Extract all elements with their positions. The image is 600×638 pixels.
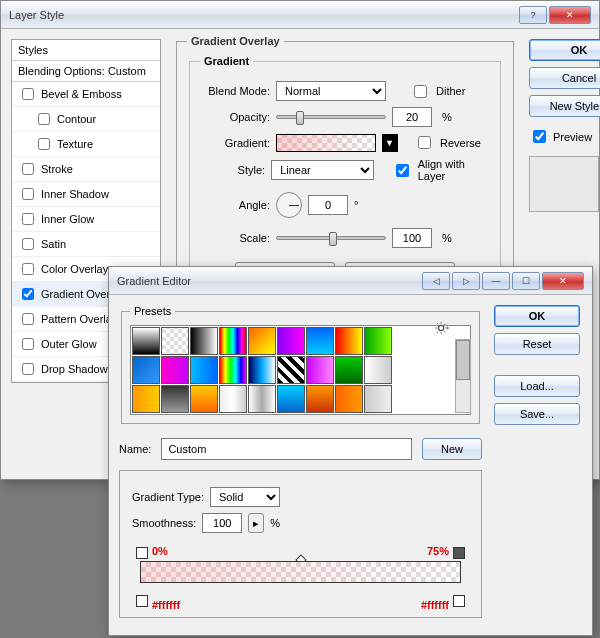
color-stop-right[interactable] xyxy=(453,595,465,607)
gradient-editor-titlebar[interactable]: Gradient Editor ◁ ▷ — ☐ ✕ xyxy=(109,267,592,295)
preview-checkbox[interactable] xyxy=(533,130,546,143)
preset-swatch[interactable] xyxy=(219,356,247,384)
gradient-type-label: Gradient Type: xyxy=(132,491,204,503)
ge-ok-button[interactable]: OK xyxy=(494,305,580,327)
preset-swatch[interactable] xyxy=(277,385,305,413)
preset-swatch[interactable] xyxy=(248,327,276,355)
angle-dial[interactable] xyxy=(276,192,302,218)
preset-swatch[interactable] xyxy=(190,385,218,413)
scale-value[interactable] xyxy=(392,228,432,248)
opacity-pct: % xyxy=(442,111,452,123)
ge-load-button[interactable]: Load... xyxy=(494,375,580,397)
sidebar-item-texture[interactable]: Texture xyxy=(12,132,160,157)
ge-reset-button[interactable]: Reset xyxy=(494,333,580,355)
angle-value[interactable] xyxy=(308,195,348,215)
preset-swatch[interactable] xyxy=(306,385,334,413)
preset-swatch[interactable] xyxy=(190,356,218,384)
style-select[interactable]: Linear xyxy=(271,160,374,180)
sidebar-checkbox[interactable] xyxy=(22,213,34,225)
color-stop-left[interactable] xyxy=(136,595,148,607)
sidebar-item-inner-glow[interactable]: Inner Glow xyxy=(12,207,160,232)
opacity-stop-right[interactable] xyxy=(453,547,465,559)
sidebar-item-label: Pattern Overlay xyxy=(41,313,117,325)
sidebar-checkbox[interactable] xyxy=(22,313,34,325)
ge-prev-button[interactable]: ◁ xyxy=(422,272,450,290)
sidebar-checkbox[interactable] xyxy=(22,163,34,175)
style-label: Style: xyxy=(200,164,265,176)
panel-title: Gradient Overlay xyxy=(187,35,284,47)
new-gradient-button[interactable]: New xyxy=(422,438,482,460)
preset-swatch[interactable] xyxy=(277,327,305,355)
ge-close-button[interactable]: ✕ xyxy=(542,272,584,290)
preset-swatch[interactable] xyxy=(190,327,218,355)
presets-scrollbar[interactable] xyxy=(455,339,471,413)
opacity-stop-left[interactable] xyxy=(136,547,148,559)
ok-button[interactable]: OK xyxy=(529,39,600,61)
preset-swatch[interactable] xyxy=(161,327,189,355)
ge-next-button[interactable]: ▷ xyxy=(452,272,480,290)
preset-swatch[interactable] xyxy=(306,356,334,384)
help-button[interactable]: ? xyxy=(519,6,547,24)
preset-swatch[interactable] xyxy=(161,385,189,413)
sidebar-checkbox[interactable] xyxy=(22,338,34,350)
preset-swatch[interactable] xyxy=(364,327,392,355)
ge-minimize-button[interactable]: — xyxy=(482,272,510,290)
preset-swatch[interactable] xyxy=(248,385,276,413)
preset-swatch[interactable] xyxy=(161,356,189,384)
preset-swatch[interactable] xyxy=(364,385,392,413)
sidebar-checkbox[interactable] xyxy=(38,113,50,125)
ge-save-button[interactable]: Save... xyxy=(494,403,580,425)
blending-header[interactable]: Blending Options: Custom xyxy=(12,61,160,82)
sidebar-item-label: Texture xyxy=(57,138,93,150)
sidebar-checkbox[interactable] xyxy=(22,88,34,100)
preset-swatch[interactable] xyxy=(277,356,305,384)
sidebar-item-bevel-emboss[interactable]: Bevel & Emboss xyxy=(12,82,160,107)
preset-swatch[interactable] xyxy=(335,327,363,355)
opacity-value[interactable] xyxy=(392,107,432,127)
preset-swatch[interactable] xyxy=(364,356,392,384)
gradient-swatch[interactable] xyxy=(276,134,376,152)
preset-swatch[interactable] xyxy=(219,327,247,355)
preset-swatch[interactable] xyxy=(132,327,160,355)
preset-swatch[interactable] xyxy=(132,385,160,413)
preset-swatch[interactable] xyxy=(219,385,247,413)
preset-swatch[interactable] xyxy=(335,356,363,384)
sidebar-checkbox[interactable] xyxy=(22,288,34,300)
dither-checkbox[interactable] xyxy=(414,85,427,98)
sidebar-item-inner-shadow[interactable]: Inner Shadow xyxy=(12,182,160,207)
reverse-checkbox[interactable] xyxy=(418,136,431,149)
smoothness-dropdown-icon[interactable]: ▸ xyxy=(248,513,264,533)
preset-swatch[interactable] xyxy=(132,356,160,384)
sidebar-item-stroke[interactable]: Stroke xyxy=(12,157,160,182)
layer-style-titlebar[interactable]: Layer Style ? ✕ xyxy=(1,1,599,29)
sidebar-checkbox[interactable] xyxy=(22,188,34,200)
sidebar-checkbox[interactable] xyxy=(22,238,34,250)
preset-swatch[interactable] xyxy=(306,327,334,355)
align-checkbox[interactable] xyxy=(396,164,409,177)
sidebar-checkbox[interactable] xyxy=(38,138,50,150)
styles-header[interactable]: Styles xyxy=(12,40,160,61)
opacity-slider[interactable] xyxy=(276,115,386,119)
sidebar-checkbox[interactable] xyxy=(22,263,34,275)
cancel-button[interactable]: Cancel xyxy=(529,67,600,89)
scale-slider[interactable] xyxy=(276,236,386,240)
close-button[interactable]: ✕ xyxy=(549,6,591,24)
ge-maximize-button[interactable]: ☐ xyxy=(512,272,540,290)
sidebar-item-satin[interactable]: Satin xyxy=(12,232,160,257)
gradient-dropdown-icon[interactable]: ▼ xyxy=(382,134,398,152)
sidebar-item-label: Outer Glow xyxy=(41,338,97,350)
blend-mode-select[interactable]: Normal xyxy=(276,81,386,101)
sidebar-item-contour[interactable]: Contour xyxy=(12,107,160,132)
new-style-button[interactable]: New Style... xyxy=(529,95,600,117)
preset-swatch[interactable] xyxy=(248,356,276,384)
preset-swatch[interactable] xyxy=(335,385,363,413)
sidebar-item-label: Inner Shadow xyxy=(41,188,109,200)
name-field[interactable] xyxy=(161,438,412,460)
smoothness-value[interactable] xyxy=(202,513,242,533)
gradient-type-select[interactable]: Solid xyxy=(210,487,280,507)
sidebar-checkbox[interactable] xyxy=(22,363,34,375)
gradient-bar[interactable]: 0% 75% #ffffff #ffffff xyxy=(132,547,469,607)
color-stop-left-hex: #ffffff xyxy=(152,599,180,611)
dither-label: Dither xyxy=(436,85,465,97)
presets-menu-icon[interactable] xyxy=(435,321,449,337)
